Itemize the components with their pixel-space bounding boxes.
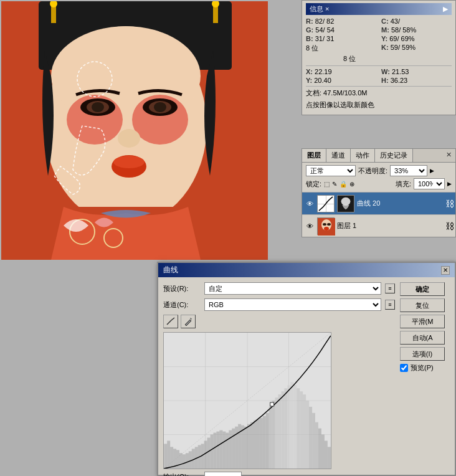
svg-point-8 <box>92 102 104 112</box>
h-label: H: <box>381 77 389 84</box>
tab-channels[interactable]: 通道 <box>326 149 351 162</box>
m-label: M: <box>381 26 389 34</box>
output-input[interactable] <box>204 472 242 476</box>
eye-icon-photo: 👁 <box>306 222 313 230</box>
svg-rect-83 <box>293 385 297 469</box>
svg-point-32 <box>324 227 329 231</box>
svg-point-14 <box>113 156 145 168</box>
curves-dialog-body: 预设(R): 自定 ≡ 通道(C): RGB ≡ <box>158 277 455 476</box>
layer-name-photo: 图层 1 <box>337 221 443 231</box>
svg-rect-54 <box>204 440 207 469</box>
svg-rect-66 <box>241 426 244 469</box>
canvas-area[interactable] <box>0 0 269 262</box>
layer-item-photo[interactable]: 👁 图层 1 ⛓ <box>302 214 455 237</box>
curves-dialog-titlebar[interactable]: 曲线 ✕ <box>158 263 455 277</box>
options-button[interactable]: 选项(I) <box>400 347 445 361</box>
curves-pencil-tool-button[interactable] <box>181 315 196 328</box>
svg-rect-77 <box>275 397 278 469</box>
svg-rect-47 <box>183 454 186 469</box>
layer-link-icon-curves: ⛓ <box>445 199 453 209</box>
svg-rect-72 <box>260 418 263 469</box>
w-label: W: <box>381 68 390 75</box>
layers-tab-bar: 图层 通道 动作 历史记录 ✕ <box>302 149 455 163</box>
svg-rect-71 <box>257 419 260 469</box>
svg-rect-69 <box>250 422 254 469</box>
curves-graph[interactable] <box>163 332 331 469</box>
svg-rect-55 <box>207 437 211 469</box>
svg-rect-79 <box>282 391 285 469</box>
output-label: 输出(O): <box>163 472 201 477</box>
opacity-select[interactable]: 33% <box>390 165 427 176</box>
preset-options-button[interactable]: ≡ <box>385 283 395 293</box>
layer-item-curves[interactable]: 👁 曲线 20 ⛓ <box>302 192 455 214</box>
tab-layers[interactable]: 图层 <box>302 149 326 162</box>
channel-options-button[interactable]: ≡ <box>385 300 395 310</box>
fill-select[interactable]: 100% <box>414 178 445 189</box>
layer-visibility-toggle-curves[interactable]: 👁 <box>305 199 315 209</box>
x-label: X: <box>306 68 313 75</box>
svg-point-12 <box>118 129 140 148</box>
preview-label: 预览(P) <box>411 363 434 373</box>
svg-rect-46 <box>179 453 183 469</box>
svg-rect-76 <box>272 401 275 469</box>
tab-actions[interactable]: 动作 <box>351 149 375 162</box>
curves-dialog: 曲线 ✕ 预设(R): 自定 ≡ 通道(C): RGB ≡ <box>157 262 456 476</box>
svg-rect-93 <box>325 440 328 469</box>
c-label: C: <box>381 17 389 25</box>
lock-transparent-icon[interactable]: ⬚ <box>324 181 330 188</box>
lock-move-icon[interactable]: 🔒 <box>340 181 347 188</box>
ok-button[interactable]: 确定 <box>400 282 445 296</box>
preview-checkbox[interactable] <box>400 364 408 372</box>
preset-select[interactable]: 自定 <box>204 282 381 295</box>
blend-mode-select[interactable]: 正常 <box>306 165 356 176</box>
doc-info: 文档: 47.5M/103.0M <box>306 88 452 98</box>
svg-rect-58 <box>216 432 219 469</box>
m-value: 58/ 58% <box>391 26 416 34</box>
layers-panel-close[interactable]: ✕ <box>442 149 455 162</box>
svg-rect-62 <box>229 431 232 469</box>
smooth-button[interactable]: 平滑(M <box>400 315 445 328</box>
svg-rect-84 <box>297 388 300 469</box>
svg-rect-61 <box>226 433 229 469</box>
svg-point-11 <box>154 102 166 112</box>
svg-rect-67 <box>244 427 247 469</box>
svg-rect-88 <box>309 407 312 469</box>
info-hint: 点按图像以选取新颜色 <box>306 100 452 110</box>
reset-button[interactable]: 复位 <box>400 298 445 312</box>
svg-rect-74 <box>266 413 269 469</box>
svg-rect-42 <box>167 440 170 469</box>
svg-point-31 <box>327 223 331 226</box>
svg-point-27 <box>341 197 351 205</box>
y2-value: 20.40 <box>314 77 331 84</box>
curves-dialog-title: 曲线 <box>163 265 178 275</box>
svg-point-30 <box>323 223 326 226</box>
channel-select[interactable]: RGB <box>204 298 381 311</box>
svg-rect-90 <box>315 422 318 469</box>
info-panel-expand-icon[interactable]: ▶ <box>443 5 448 13</box>
curves-dialog-close-button[interactable]: ✕ <box>441 266 450 275</box>
tab-history[interactable]: 历史记录 <box>375 149 413 162</box>
channel-label: 通道(C): <box>163 300 201 310</box>
svg-rect-92 <box>321 435 325 469</box>
r-value: 82/ 82 <box>315 17 335 25</box>
y-value: 69/ 69% <box>389 35 414 42</box>
svg-rect-43 <box>170 447 173 469</box>
auto-button[interactable]: 自动(A <box>400 331 445 345</box>
expand-opacity-icon[interactable]: ▶ <box>430 168 434 174</box>
lock-all-icon[interactable]: ⊕ <box>349 181 354 188</box>
opacity-label: 不透明度: <box>358 166 387 176</box>
curves-tools <box>163 315 395 328</box>
expand-fill-icon[interactable]: ▶ <box>447 181 452 187</box>
info-panel-titlebar: 信息 × ▶ <box>306 3 452 15</box>
layer-link-icon-photo: ⛓ <box>445 221 453 231</box>
layer-visibility-toggle-photo[interactable]: 👁 <box>305 221 315 231</box>
canvas-image[interactable] <box>1 1 268 260</box>
curves-draw-tool-button[interactable] <box>163 315 178 328</box>
bit-label2: 8 位 <box>343 55 356 62</box>
b-value: 31/ 31 <box>315 35 335 42</box>
svg-rect-87 <box>306 401 309 469</box>
g-label: G: <box>306 26 313 34</box>
eye-icon-curves: 👁 <box>306 200 313 207</box>
svg-rect-59 <box>219 431 222 469</box>
lock-paint-icon[interactable]: ✎ <box>332 181 337 188</box>
